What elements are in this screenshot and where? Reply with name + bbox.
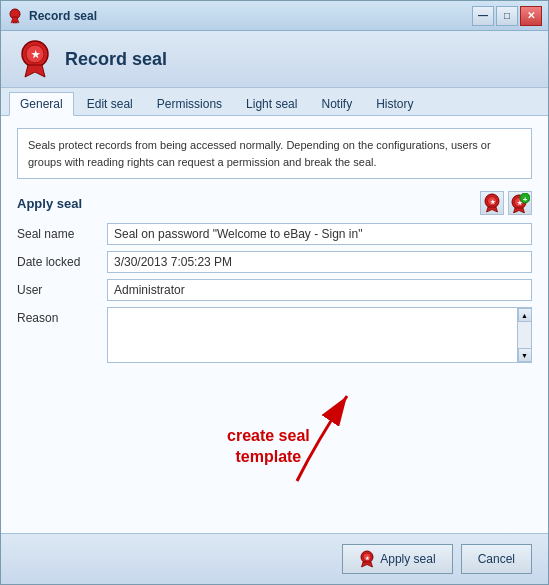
- header-seal-icon: ★: [17, 41, 53, 77]
- reason-field-container: ▲ ▼: [107, 307, 532, 363]
- date-locked-label: Date locked: [17, 251, 107, 269]
- create-seal-template-button[interactable]: ★ +: [508, 191, 532, 215]
- apply-seal-icon: ★: [359, 550, 375, 568]
- seal-name-value: Seal on password "Welcome to eBay - Sign…: [107, 223, 532, 245]
- apply-seal-label: Apply seal: [380, 552, 435, 566]
- reason-label: Reason: [17, 307, 107, 325]
- apply-seal-button[interactable]: ★ Apply seal: [342, 544, 452, 574]
- user-label: User: [17, 279, 107, 297]
- reason-input[interactable]: [108, 308, 515, 358]
- scroll-up-arrow[interactable]: ▲: [518, 308, 532, 322]
- main-window: Record seal — □ ✕ ★ Record seal General …: [0, 0, 549, 585]
- description-text: Seals protect records from being accesse…: [17, 128, 532, 179]
- user-value: Administrator: [107, 279, 532, 301]
- scroll-down-arrow[interactable]: ▼: [518, 348, 532, 362]
- cancel-button[interactable]: Cancel: [461, 544, 532, 574]
- title-bar: Record seal — □ ✕: [1, 1, 548, 31]
- tab-edit-seal[interactable]: Edit seal: [76, 92, 144, 115]
- reason-row: Reason ▲ ▼: [17, 307, 532, 363]
- seal-name-label: Seal name: [17, 223, 107, 241]
- footer: ★ Apply seal Cancel: [1, 533, 548, 584]
- close-button[interactable]: ✕: [520, 6, 542, 26]
- svg-text:+: +: [523, 195, 528, 204]
- section-title: Apply seal: [17, 196, 82, 211]
- svg-text:★: ★: [31, 49, 41, 60]
- annotation-area: create sealtemplate: [17, 381, 532, 521]
- date-locked-row: Date locked 3/30/2013 7:05:23 PM: [17, 251, 532, 273]
- tab-permissions[interactable]: Permissions: [146, 92, 233, 115]
- minimize-button[interactable]: —: [472, 6, 494, 26]
- tab-notify[interactable]: Notify: [310, 92, 363, 115]
- tab-light-seal[interactable]: Light seal: [235, 92, 308, 115]
- section-header: Apply seal ★ ★: [17, 191, 532, 215]
- annotation-text: create sealtemplate: [227, 426, 310, 468]
- tab-bar: General Edit seal Permissions Light seal…: [1, 88, 548, 116]
- window-title: Record seal: [29, 9, 472, 23]
- page-title: Record seal: [65, 49, 167, 70]
- window-controls: — □ ✕: [472, 6, 542, 26]
- main-content: Seals protect records from being accesse…: [1, 116, 548, 533]
- annotation-group: create sealtemplate: [217, 381, 377, 505]
- svg-marker-21: [362, 562, 373, 567]
- maximize-button[interactable]: □: [496, 6, 518, 26]
- seal-icon-button[interactable]: ★: [480, 191, 504, 215]
- tab-history[interactable]: History: [365, 92, 424, 115]
- window-icon: [7, 8, 23, 24]
- seal-name-row: Seal name Seal on password "Welcome to e…: [17, 223, 532, 245]
- svg-marker-14: [514, 208, 525, 213]
- user-row: User Administrator: [17, 279, 532, 301]
- window-header: ★ Record seal: [1, 31, 548, 88]
- svg-marker-10: [487, 207, 498, 212]
- tab-general[interactable]: General: [9, 92, 74, 116]
- apply-seal-section: Apply seal ★ ★: [17, 191, 532, 369]
- reason-scrollbar: ▲ ▼: [517, 308, 531, 362]
- svg-marker-6: [25, 65, 45, 77]
- date-locked-value: 3/30/2013 7:05:23 PM: [107, 251, 532, 273]
- section-icon-group: ★ ★ +: [480, 191, 532, 215]
